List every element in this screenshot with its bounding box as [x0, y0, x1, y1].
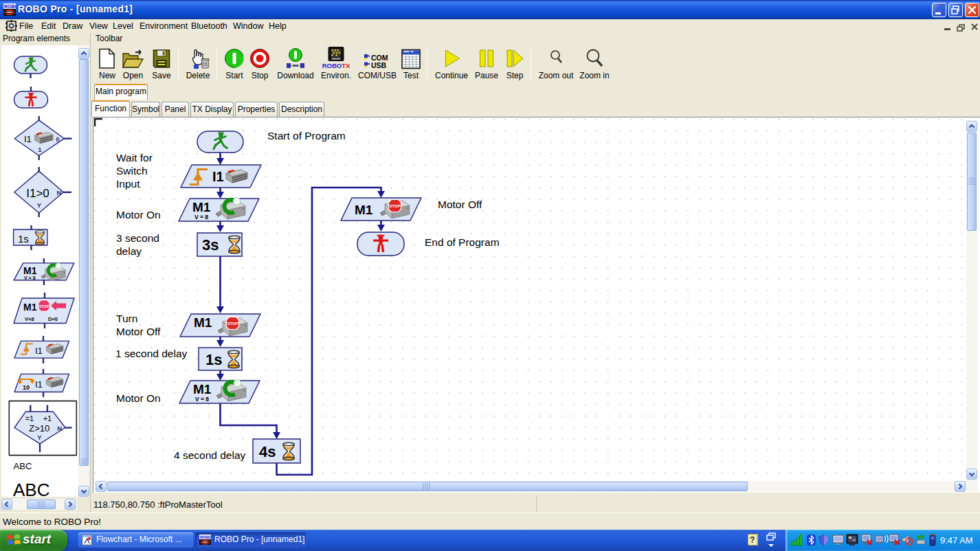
svg-text:M1: M1: [193, 382, 212, 396]
svg-text:4s: 4s: [259, 443, 276, 460]
svg-text:3s: 3s: [202, 236, 219, 254]
svg-text:?: ?: [750, 535, 755, 545]
svg-text:V = 8: V = 8: [24, 276, 36, 280]
svg-text:M1: M1: [192, 200, 211, 214]
svg-text:ABC: ABC: [14, 461, 32, 471]
svg-text:+1: +1: [43, 414, 52, 423]
svg-text:Motor On: Motor On: [116, 392, 161, 404]
svg-text:M1: M1: [194, 315, 212, 330]
svg-text:I1: I1: [35, 379, 43, 390]
svg-text:ROBO: ROBO: [200, 535, 211, 539]
svg-text:Motor Off: Motor Off: [438, 199, 482, 210]
svg-text:Turn: Turn: [116, 313, 137, 324]
svg-text:=1: =1: [25, 414, 34, 423]
svg-text:M1: M1: [355, 203, 373, 217]
svg-text:Motor On: Motor On: [116, 209, 161, 221]
svg-text:4 second delay: 4 second delay: [174, 449, 246, 461]
svg-text:USB: USB: [371, 61, 387, 69]
svg-text:Wait for: Wait for: [116, 152, 153, 164]
svg-text:Y: Y: [37, 434, 42, 441]
svg-text:Switch: Switch: [116, 165, 148, 177]
svg-text:1: 1: [38, 146, 42, 153]
svg-text:D=0: D=0: [48, 316, 58, 322]
svg-text:I1: I1: [35, 346, 43, 356]
svg-text:V = 8: V = 8: [195, 396, 209, 403]
svg-text:Input: Input: [116, 178, 140, 190]
svg-text:Z>10: Z>10: [29, 423, 49, 434]
svg-text:N: N: [57, 425, 62, 432]
svg-text:1s: 1s: [205, 351, 222, 368]
svg-text:0: 0: [56, 135, 59, 143]
svg-text:Y: Y: [37, 201, 42, 209]
svg-text:I1: I1: [212, 169, 224, 184]
svg-text:3 second: 3 second: [116, 232, 159, 244]
svg-text:N: N: [57, 189, 62, 196]
svg-text:delay: delay: [116, 245, 142, 257]
svg-text:I1>0: I1>0: [26, 187, 49, 200]
svg-text:ROBO: ROBO: [4, 4, 16, 9]
svg-text:ABC: ABC: [13, 480, 49, 497]
svg-text:1 second delay: 1 second delay: [115, 348, 188, 359]
svg-text:1s: 1s: [18, 233, 29, 245]
svg-text:10: 10: [23, 384, 30, 391]
svg-text:Motor Off: Motor Off: [116, 326, 161, 337]
svg-text:M1: M1: [23, 302, 37, 313]
svg-text:Start of Program: Start of Program: [267, 130, 346, 142]
svg-text:I1: I1: [24, 134, 32, 144]
svg-text:V = 8: V = 8: [194, 214, 208, 221]
svg-text:V=8: V=8: [25, 316, 34, 322]
svg-text:End of Program: End of Program: [425, 236, 500, 248]
